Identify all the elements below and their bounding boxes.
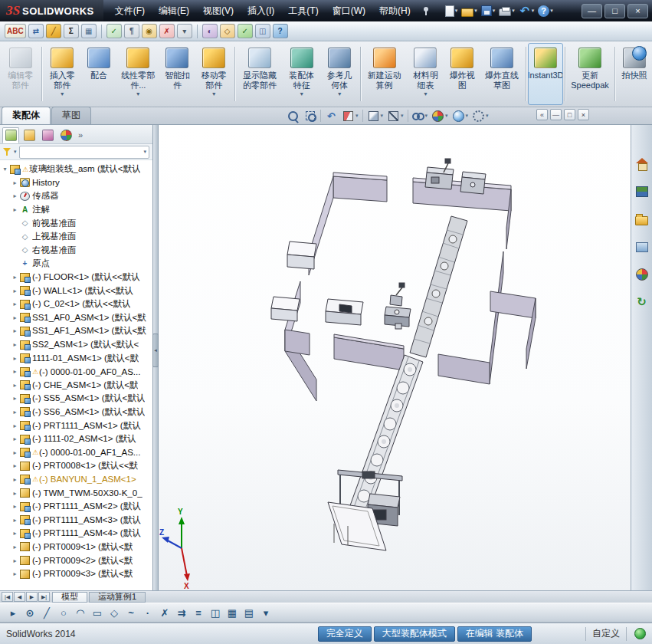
solidworks-resources-button[interactable] [633, 156, 651, 172]
close-button[interactable]: × [627, 4, 648, 18]
linear-component-pattern-button[interactable]: 线性零部件...▼ [116, 43, 159, 105]
expand-arrow-icon[interactable]: ▸ [11, 462, 19, 469]
tree-item[interactable]: ▸SS2_ASM<1> (默认<默认< [1, 338, 152, 352]
save-button[interactable]: ▾ [480, 4, 497, 18]
tree-item[interactable]: ▸传感器 [1, 189, 152, 203]
line-icon[interactable]: ╱ [40, 606, 54, 620]
tree-item[interactable]: ▸(-) 1111-02_ASM<1> (默认 [1, 432, 152, 446]
measure-icon[interactable]: ╱ [46, 24, 61, 38]
tree-item[interactable]: ▸⚠(-) 0000-01-00_AF0_AS... [1, 365, 152, 379]
expand-arrow-icon[interactable]: ▸ [11, 179, 19, 186]
interference-detection-icon[interactable]: ◉ [142, 24, 157, 38]
mirror-entities-icon[interactable]: ◫ [208, 606, 222, 620]
doc-restore-button[interactable]: □ [564, 109, 575, 120]
expand-arrow-icon[interactable]: ▾ [1, 166, 9, 172]
doc-close-button[interactable]: × [578, 109, 589, 120]
print-button[interactable]: ▾ [497, 4, 516, 18]
tree-item[interactable]: ▸(-) FLOOR<1> (默认<<默认 [1, 271, 152, 284]
study-nav-button[interactable]: ▶ [26, 592, 38, 602]
property-manager-tab[interactable] [21, 127, 38, 143]
custom-properties-button[interactable]: ↻ [633, 294, 651, 310]
tab-sketch[interactable]: 草图 [51, 107, 91, 124]
tree-item[interactable]: +原点 [1, 257, 152, 271]
tree-item[interactable]: ▸SS1_AF0_ASM<1> (默认<默 [1, 311, 152, 325]
tab-model[interactable]: 模型 [52, 592, 87, 603]
expand-arrow-icon[interactable]: ▸ [11, 314, 19, 321]
tree-item[interactable]: ▸(-) C_02<1> (默认<<默认 [1, 297, 152, 311]
study-nav-button[interactable]: |◀ [2, 592, 13, 602]
filter-funnel-icon[interactable] [3, 148, 11, 156]
quick-tips-icon[interactable]: ? [273, 24, 288, 38]
tree-item[interactable]: ▸(-) PRT0008<1> (默认<<默 [1, 459, 152, 473]
menu-item[interactable]: 插入(I) [241, 0, 281, 21]
display-style-button[interactable]: ▾ [385, 108, 405, 123]
menu-item[interactable]: 编辑(E) [152, 0, 196, 21]
circle-icon[interactable]: ○ [57, 606, 70, 620]
statistics-icon[interactable]: ¶ [124, 24, 139, 38]
tree-item[interactable]: ▸(-) WALL<1> (默认<<默认 [1, 284, 152, 297]
new-motion-study-button[interactable]: 新建运动算例 [362, 43, 407, 105]
expand-arrow-icon[interactable]: ▸ [11, 355, 19, 362]
tree-item[interactable]: ▸A注解 [1, 203, 152, 217]
linear-sketch-pattern-icon[interactable]: ▦ [225, 606, 239, 620]
tree-item[interactable]: ▸(-) CHE_ASM<1> (默认<默 [1, 379, 152, 393]
expand-arrow-icon[interactable]: ▸ [11, 409, 19, 416]
reference-geometry-button[interactable]: 参考几何体▼ [320, 43, 359, 105]
filter-dropdown-arrow-icon[interactable]: ▾ [14, 149, 17, 155]
view-palette-button[interactable] [633, 238, 651, 255]
assembly-features-button[interactable]: 装配体特征▼ [283, 43, 321, 105]
appearances-scenes-button[interactable] [633, 266, 651, 283]
expand-arrow-icon[interactable]: ▸ [11, 490, 19, 497]
expand-arrow-icon[interactable]: ▸ [11, 503, 19, 510]
tree-item[interactable]: ▸(-) PRT1111_ASM<3> (默认 [1, 513, 152, 527]
configuration-manager-tab[interactable] [39, 127, 56, 143]
edit-appearance-button[interactable]: ▾ [430, 108, 450, 123]
tree-item[interactable]: ▸(-) PRT0009<1> (默认<默 [1, 540, 152, 554]
maximize-button[interactable]: □ [604, 4, 625, 18]
tree-item[interactable]: ▸(-) PRT1111_ASM<4> (默认 [1, 527, 152, 540]
expand-arrow-icon[interactable]: ▸ [11, 422, 19, 429]
tree-item[interactable]: ◇上视基准面 [1, 230, 152, 244]
instant3d-button[interactable]: Instant3D [528, 43, 563, 105]
more-sketch-tools-icon[interactable]: ▾ [259, 606, 273, 620]
solidworks-resources-sphere-icon[interactable] [632, 46, 647, 61]
expand-arrow-icon[interactable]: ▸ [11, 327, 19, 334]
smart-fasteners-button[interactable]: 智能扣件 [159, 43, 195, 105]
insert-components-button[interactable]: 插入零部件▼ [44, 43, 82, 105]
show-hidden-components-button[interactable]: 显示隐藏的零部件 [237, 43, 283, 105]
graphics-area[interactable]: Y Z X [159, 125, 631, 590]
selection-options-icon[interactable]: ▾ [177, 24, 192, 38]
help-button[interactable]: ?▾ [536, 4, 555, 18]
open-document-button[interactable]: ▾ [460, 4, 479, 18]
performance-evaluation-icon[interactable]: ▦ [81, 24, 97, 38]
tree-item[interactable]: ▸1111-01_ASM<1> (默认<默 [1, 351, 152, 365]
pin-icon[interactable] [421, 6, 431, 16]
polygon-icon[interactable]: ◇ [107, 606, 121, 620]
tree-root[interactable]: ▾⚠玻璃组装线_asm (默认<默认 [1, 163, 152, 176]
expand-arrow-icon[interactable]: ▸ [11, 517, 19, 524]
rectangle-icon[interactable]: ▭ [90, 606, 104, 620]
offset-entities-icon[interactable]: ≡ [192, 606, 205, 620]
manager-tabs-overflow-icon[interactable]: » [78, 130, 83, 140]
mate-button[interactable]: 配合 [81, 43, 116, 105]
expand-arrow-icon[interactable]: ▸ [11, 192, 19, 199]
menu-item[interactable]: 帮助(H) [372, 0, 418, 21]
file-explorer-button[interactable] [633, 211, 651, 228]
select-icon[interactable]: ▸ [6, 606, 20, 620]
tree-item[interactable]: ▸(-) PRT0009<2> (默认<默 [1, 554, 152, 567]
doc-pane-button[interactable]: « [536, 109, 548, 120]
spell-checker-icon[interactable]: ABC [5, 24, 26, 38]
new-document-button[interactable]: ▾ [444, 4, 460, 18]
appearance-filter-icon[interactable]: ◐ [202, 24, 218, 38]
expand-arrow-icon[interactable]: ▸ [11, 449, 19, 456]
view-orientation-button[interactable]: ▾ [365, 108, 385, 123]
grid-icon[interactable]: ▤ [242, 606, 256, 620]
expand-arrow-icon[interactable]: ▸ [11, 288, 19, 294]
arc-icon[interactable]: ◠ [74, 606, 87, 620]
design-library-button[interactable] [633, 183, 651, 200]
tree-filter-input[interactable]: ▾ [19, 146, 149, 159]
move-component-button[interactable]: 移动零部件▼ [195, 43, 233, 105]
clearance-check-icon[interactable]: ✗ [159, 24, 175, 38]
menu-item[interactable]: 窗口(W) [326, 0, 372, 21]
expand-arrow-icon[interactable]: ▸ [11, 435, 19, 442]
